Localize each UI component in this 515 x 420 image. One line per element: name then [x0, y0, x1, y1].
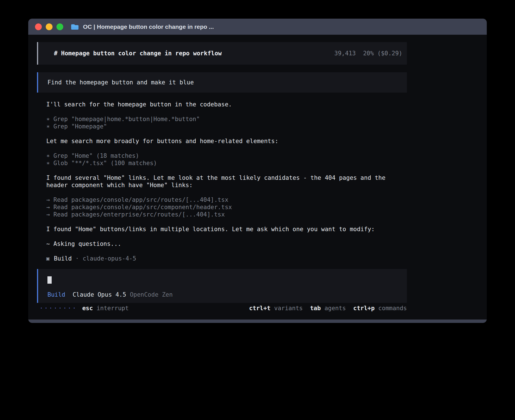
transcript-blank-line — [46, 130, 405, 137]
shortcut-variants: ctrl+tvariants — [249, 305, 303, 312]
shortcut-label: commands — [378, 305, 407, 312]
assistant-text-line: ~ Asking questions... — [46, 240, 405, 248]
assistant-text-line: Let me search more broadly for buttons a… — [46, 137, 405, 145]
assistant-text-line: I found "Home" buttons/links in multiple… — [46, 226, 405, 233]
transcript-blank-line — [46, 233, 405, 240]
shortcut-key: ctrl+t — [249, 305, 270, 312]
shortcut-key: ctrl+p — [353, 305, 375, 312]
tool-call-line: ∗ Glob "**/*.tsx" (100 matches) — [46, 159, 405, 167]
close-button[interactable] — [35, 23, 42, 30]
user-message-text: Find the homepage button and make it blu… — [47, 79, 194, 86]
spinner-dots: ········ — [40, 305, 77, 312]
input-provider: OpenCode Zen — [130, 291, 173, 298]
text-cursor — [47, 276, 52, 284]
transcript-blank-line — [46, 248, 405, 255]
assistant-text-line: I found several "Home" links. Let me loo… — [46, 174, 405, 189]
tool-call-line: → Read packages/console/app/src/componen… — [46, 204, 405, 211]
transcript-blank-line — [46, 189, 405, 196]
tool-call-line: → Read packages/enterprise/src/routes/[.… — [46, 211, 405, 218]
terminal-window: OC | Homepage button color change in rep… — [28, 19, 487, 323]
prompt-input[interactable]: Build Claude Opus 4.5 OpenCode Zen — [37, 269, 407, 303]
session-stats: 39,413 20% ($0.29) — [334, 50, 402, 57]
status-bar: ········ esc interrupt ctrl+tvariantstab… — [40, 305, 407, 312]
context-cost: 20% ($0.29) — [363, 50, 402, 57]
session-header: # Homepage button color change in repo w… — [37, 42, 407, 65]
input-model: Claude Opus 4.5 — [73, 291, 126, 298]
shortcut-commands: ctrl+pcommands — [353, 305, 407, 312]
agent-build-icon: ▣ — [46, 255, 49, 262]
traffic-lights — [35, 23, 63, 30]
statusbar-shortcuts: ctrl+tvariantstabagentsctrl+pcommands — [249, 305, 407, 312]
tool-call-line: ∗ Grep "Homepage" — [46, 123, 405, 130]
transcript-blank-line — [46, 108, 405, 115]
shortcut-label: agents — [324, 305, 346, 312]
tool-call-line: ∗ Grep "homepage|home.*button|Home.*butt… — [46, 115, 405, 123]
input-mode: Build — [47, 291, 65, 298]
agent-model: claude-opus-4-5 — [83, 255, 136, 262]
input-meta: Build Claude Opus 4.5 OpenCode Zen — [47, 291, 173, 298]
minimize-button[interactable] — [46, 23, 53, 30]
shortcut-label: variants — [274, 305, 303, 312]
assistant-text-line: I'll search for the homepage button in t… — [46, 101, 405, 108]
esc-key: esc — [82, 305, 93, 312]
transcript-blank-line — [46, 218, 405, 226]
user-message: Find the homepage button and make it blu… — [37, 72, 407, 93]
transcript: I'll search for the homepage button in t… — [46, 101, 405, 255]
shortcut-key: tab — [310, 305, 321, 312]
agent-status-row: ▣ Build · claude-opus-4-5 — [46, 255, 487, 262]
agent-name: Build — [54, 255, 72, 262]
transcript-blank-line — [46, 145, 405, 152]
token-count: 39,413 — [334, 50, 356, 57]
zoom-button[interactable] — [56, 23, 63, 30]
tool-call-line: → Read packages/console/app/src/routes/[… — [46, 196, 405, 204]
esc-label: interrupt — [97, 305, 129, 312]
window-titlebar: OC | Homepage button color change in rep… — [28, 19, 487, 35]
shortcut-agents: tabagents — [310, 305, 346, 312]
window-title: OC | Homepage button color change in rep… — [83, 23, 214, 30]
tool-call-line: ∗ Grep "Home" (18 matches) — [46, 152, 405, 159]
folder-icon — [71, 23, 79, 30]
terminal-content: # Homepage button color change in repo w… — [28, 35, 487, 320]
transcript-blank-line — [46, 167, 405, 174]
session-title: # Homepage button color change in repo w… — [54, 50, 222, 57]
agent-separator: · — [75, 255, 79, 262]
